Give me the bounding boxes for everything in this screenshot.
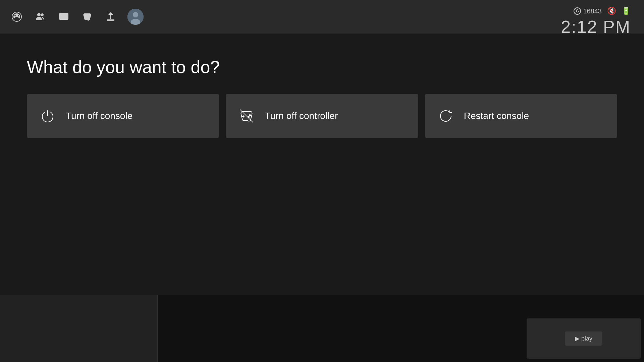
top-bar: G 16843 🔇 🔋 2:12 PM — [0, 0, 644, 34]
svg-point-15 — [249, 115, 251, 116]
gamerscore-display: G 16843 — [574, 7, 602, 15]
turn-off-controller-label: Turn off controller — [265, 111, 338, 121]
svg-point-3 — [38, 13, 40, 16]
page-title: What do you want to do? — [27, 57, 617, 77]
bottom-bar-left — [0, 295, 158, 362]
gamerscore-icon: G — [574, 7, 581, 15]
top-right-status: G 16843 🔇 🔋 2:12 PM — [561, 7, 631, 37]
svg-point-4 — [41, 14, 43, 16]
restart-console-button[interactable]: Restart console — [425, 94, 617, 138]
mini-widget: ▶ play — [527, 318, 641, 359]
svg-point-8 — [89, 16, 90, 17]
power-icon — [39, 107, 56, 125]
messages-icon[interactable] — [57, 10, 70, 23]
turn-off-console-button[interactable]: Turn off console — [27, 94, 219, 138]
mini-play-button[interactable]: ▶ play — [565, 331, 602, 346]
gamerscore-value: 16843 — [583, 7, 602, 15]
main-content: What do you want to do? Turn off console — [27, 37, 617, 295]
status-row: G 16843 🔇 🔋 — [574, 7, 631, 15]
svg-point-9 — [88, 17, 89, 18]
battery-icon: 🔋 — [622, 7, 631, 15]
mute-icon: 🔇 — [607, 7, 616, 15]
bottom-bar: ▶ play — [0, 295, 644, 362]
svg-point-1 — [14, 15, 16, 16]
svg-point-2 — [18, 15, 19, 16]
avatar[interactable] — [127, 9, 144, 25]
controller-off-icon — [238, 107, 255, 125]
xbox-home-icon[interactable] — [10, 10, 23, 23]
bottom-bar-right: ▶ play — [510, 295, 644, 362]
nav-icons — [10, 9, 144, 25]
restart-icon — [437, 107, 454, 125]
turn-off-console-label: Turn off console — [66, 111, 132, 121]
people-icon[interactable] — [34, 10, 47, 23]
restart-console-label: Restart console — [464, 111, 529, 121]
upload-icon[interactable] — [104, 10, 117, 23]
controller-icon[interactable] — [80, 10, 94, 23]
clock-display: 2:12 PM — [561, 17, 631, 37]
options-row: Turn off console Turn off controller — [27, 94, 617, 138]
turn-off-controller-button[interactable]: Turn off controller — [226, 94, 418, 138]
svg-point-11 — [133, 12, 138, 17]
bottom-bar-middle — [158, 295, 510, 362]
